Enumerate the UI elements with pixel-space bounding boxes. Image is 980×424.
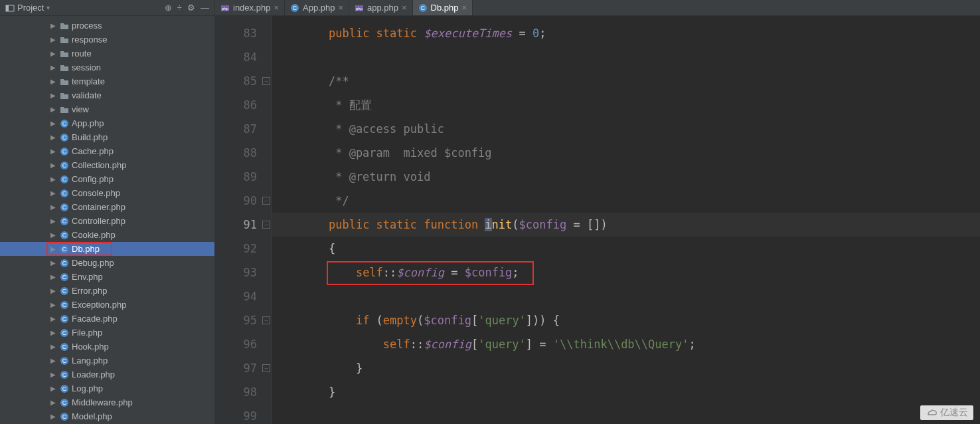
svg-text:C: C — [62, 316, 67, 322]
tree-item-label: Db.php — [72, 244, 100, 254]
tree-item-response[interactable]: ▶response — [0, 33, 214, 47]
tab-app-php[interactable]: phpapp.php× — [349, 0, 413, 15]
tree-item-middleware-php[interactable]: ▶CMiddleware.php — [0, 395, 214, 409]
tree-item-file-php[interactable]: ▶CFile.php — [0, 326, 214, 340]
fold-icon[interactable]: − — [262, 221, 270, 229]
class-icon: C — [60, 328, 69, 338]
tree-item-config-php[interactable]: ▶CConfig.php — [0, 172, 214, 186]
chevron-right-icon: ▶ — [50, 399, 57, 406]
editor[interactable]: 838485−8687888990−91−92939495−9697−9899 … — [215, 16, 980, 424]
project-title[interactable]: Project — [17, 3, 44, 13]
close-icon[interactable]: × — [462, 3, 467, 13]
tab-db-php[interactable]: CDb.php× — [413, 0, 473, 15]
code-line[interactable] — [272, 404, 980, 424]
svg-text:C: C — [420, 5, 425, 11]
tree-item-error-php[interactable]: ▶CError.php — [0, 284, 214, 298]
tree-item-cookie-php[interactable]: ▶CCookie.php — [0, 228, 214, 242]
tree-item-exception-php[interactable]: ▶CException.php — [0, 298, 214, 312]
tree-item-view[interactable]: ▶view — [0, 102, 214, 116]
line-number: 84 — [215, 45, 272, 69]
line-number: 91− — [215, 213, 272, 237]
class-icon: C — [60, 342, 69, 352]
svg-text:C: C — [62, 371, 67, 378]
tree-item-hook-php[interactable]: ▶CHook.php — [0, 340, 214, 354]
tree-item-label: App.php — [72, 118, 104, 128]
fold-icon[interactable]: − — [262, 77, 270, 85]
folder-icon — [60, 105, 69, 114]
class-icon: C — [60, 300, 69, 310]
code-area[interactable]: public static $executeTimes = 0; /** * 配… — [272, 16, 980, 424]
code-line[interactable]: * @access public — [272, 117, 980, 141]
tree-item-process[interactable]: ▶process — [0, 19, 214, 33]
chevron-right-icon: ▶ — [50, 273, 57, 280]
tree-item-label: Cache.php — [72, 146, 114, 156]
tree-item-controller-php[interactable]: ▶CController.php — [0, 214, 214, 228]
tab-label: index.php — [233, 3, 270, 13]
chevron-right-icon: ▶ — [50, 36, 57, 43]
code-line[interactable]: */ — [272, 189, 980, 213]
tree-item-label: Env.php — [72, 272, 103, 282]
fold-icon[interactable]: − — [262, 197, 270, 205]
class-icon: C — [60, 133, 69, 142]
code-line[interactable] — [272, 284, 980, 308]
tree-item-route[interactable]: ▶route — [0, 47, 214, 60]
tab-app-php[interactable]: CApp.php× — [285, 0, 349, 15]
code-line[interactable]: public static $executeTimes = 0; — [272, 21, 980, 45]
svg-text:C: C — [62, 190, 67, 197]
tree-item-loader-php[interactable]: ▶CLoader.php — [0, 368, 214, 381]
class-icon: C — [60, 314, 69, 324]
locate-icon[interactable]: ⊕ — [165, 3, 172, 13]
tree-item-facade-php[interactable]: ▶CFacade.php — [0, 312, 214, 326]
svg-text:C: C — [62, 385, 67, 392]
gear-icon[interactable]: ⚙ — [187, 3, 195, 13]
code-line[interactable]: /** — [272, 69, 980, 93]
tree-item-container-php[interactable]: ▶CContainer.php — [0, 200, 214, 214]
close-icon[interactable]: × — [402, 3, 407, 13]
code-line[interactable] — [272, 45, 980, 69]
code-line[interactable]: * 配置 — [272, 93, 980, 117]
svg-text:php: php — [356, 7, 363, 11]
tree-item-model-php[interactable]: ▶CModel.php — [0, 409, 214, 423]
code-line[interactable]: } — [272, 380, 980, 404]
chevron-right-icon: ▶ — [50, 189, 57, 197]
chevron-right-icon: ▶ — [50, 231, 57, 239]
tree-item-build-php[interactable]: ▶CBuild.php — [0, 130, 214, 144]
line-number: 95− — [215, 308, 272, 332]
top-bar: Project ▾ ⊕ ÷ ⚙ — phpindex.php×CApp.php×… — [0, 0, 980, 16]
tree-item-collection-php[interactable]: ▶CCollection.php — [0, 158, 214, 172]
tree-item-lang-php[interactable]: ▶CLang.php — [0, 354, 214, 368]
project-tree[interactable]: ▶process▶response▶route▶session▶template… — [0, 16, 215, 424]
code-line[interactable]: * @param mixed $config — [272, 141, 980, 165]
dropdown-icon[interactable]: ▾ — [46, 4, 50, 11]
fold-icon[interactable]: − — [262, 316, 270, 324]
tab-index-php[interactable]: phpindex.php× — [215, 0, 285, 15]
close-icon[interactable]: × — [274, 3, 279, 13]
code-line[interactable]: if (empty($config['query'])) { — [272, 308, 980, 332]
code-line[interactable]: self::$config = $config; — [272, 261, 980, 284]
tree-item-console-php[interactable]: ▶CConsole.php — [0, 186, 214, 200]
tree-item-app-php[interactable]: ▶CApp.php — [0, 116, 214, 130]
tree-item-db-php[interactable]: ▶CDb.php — [0, 242, 214, 256]
code-line[interactable]: { — [272, 237, 980, 261]
chevron-right-icon: ▶ — [50, 134, 57, 141]
tree-item-template[interactable]: ▶template — [0, 74, 214, 88]
tree-item-log-php[interactable]: ▶CLog.php — [0, 381, 214, 395]
tab-label: app.php — [367, 3, 398, 13]
code-line[interactable]: self::$config['query'] = '\\think\\db\\Q… — [272, 332, 980, 356]
tree-item-env-php[interactable]: ▶CEnv.php — [0, 270, 214, 284]
tree-item-validate[interactable]: ▶validate — [0, 88, 214, 102]
close-icon[interactable]: × — [338, 3, 343, 13]
editor-tabs: phpindex.php×CApp.php×phpapp.php×CDb.php… — [215, 0, 473, 15]
svg-text:C: C — [62, 413, 67, 420]
code-line[interactable]: * @return void — [272, 165, 980, 189]
split-icon[interactable]: ÷ — [177, 3, 182, 13]
tree-item-debug-php[interactable]: ▶CDebug.php — [0, 256, 214, 270]
tree-item-session[interactable]: ▶session — [0, 60, 214, 74]
tree-item-label: Exception.php — [72, 300, 126, 310]
fold-icon[interactable]: − — [262, 364, 270, 372]
code-line[interactable]: public static function init($config = []… — [272, 213, 980, 237]
code-line[interactable]: } — [272, 356, 980, 380]
tree-item-cache-php[interactable]: ▶CCache.php — [0, 144, 214, 158]
line-number: 89 — [215, 165, 272, 189]
collapse-icon[interactable]: — — [201, 3, 209, 13]
